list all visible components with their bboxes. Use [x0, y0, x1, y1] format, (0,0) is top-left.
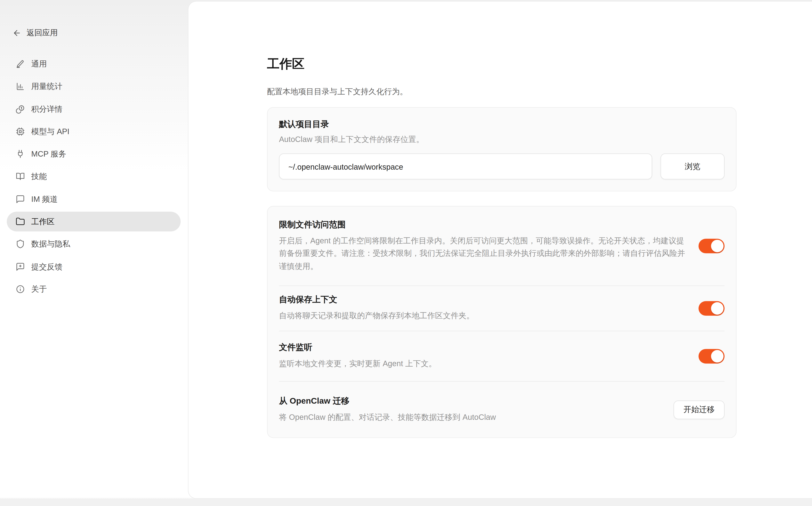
sidebar-item-label: 数据与隐私	[31, 240, 70, 249]
folder-icon	[16, 217, 25, 226]
sidebar-item-label: 用量统计	[31, 82, 62, 91]
file-watch-toggle[interactable]	[698, 349, 725, 364]
sidebar-item-workspace[interactable]: 工作区	[7, 212, 181, 232]
default-directory-card: 默认项目目录 AutoClaw 项目和上下文文件的保存位置。 浏览	[267, 107, 736, 191]
toggle-knob	[711, 240, 724, 252]
pencil-icon	[16, 59, 25, 69]
directory-input-row: 浏览	[279, 154, 725, 179]
setting-text: 限制文件访问范围开启后，Agent 的工作空间将限制在工作目录内。关闭后可访问更…	[279, 219, 688, 273]
back-label: 返回应用	[26, 28, 58, 38]
workspace-settings-card: 限制文件访问范围开启后，Agent 的工作空间将限制在工作目录内。关闭后可访问更…	[267, 206, 736, 438]
settings-row-migrate-from-openclaw: 从 OpenClaw 迁移将 OpenClaw 的配置、对话记录、技能等数据迁移…	[268, 382, 736, 437]
sidebar-item-mcp-services[interactable]: MCP 服务	[7, 144, 181, 164]
sidebar-item-credits[interactable]: 积分详情	[7, 99, 181, 119]
directory-card-description: AutoClaw 项目和上下文文件的保存位置。	[279, 134, 725, 145]
sidebar-item-label: 模型与 API	[31, 127, 69, 136]
info-icon	[16, 284, 25, 294]
settings-row-auto-save-context: 自动保存上下文自动将聊天记录和提取的产物保存到本地工作区文件夹。	[268, 286, 736, 331]
cpu-icon	[16, 127, 25, 136]
sidebar: 返回应用 通用用量统计积分详情模型与 APIMCP 服务技能IM 频道工作区数据…	[0, 0, 188, 506]
back-arrow-icon	[12, 29, 21, 37]
settings-row-restrict-file-access: 限制文件访问范围开启后，Agent 的工作空间将限制在工作目录内。关闭后可访问更…	[268, 206, 736, 285]
setting-title: 从 OpenClaw 迁移	[279, 396, 663, 406]
workspace-path-input[interactable]	[279, 154, 652, 179]
plug-icon	[16, 149, 25, 159]
setting-title: 文件监听	[279, 342, 688, 353]
setting-title: 自动保存上下文	[279, 294, 688, 305]
sidebar-item-label: 工作区	[31, 217, 55, 226]
toggle-knob	[711, 350, 724, 362]
chat-bubble-icon	[16, 194, 25, 204]
sidebar-item-data-privacy[interactable]: 数据与隐私	[7, 234, 181, 254]
sidebar-item-label: 提交反馈	[31, 262, 62, 271]
directory-card-title: 默认项目目录	[279, 119, 725, 130]
sidebar-item-usage-stats[interactable]: 用量统计	[7, 77, 181, 96]
sidebar-item-label: 积分详情	[31, 104, 62, 114]
sidebar-item-label: 通用	[31, 59, 47, 69]
sidebar-item-im-channels[interactable]: IM 频道	[7, 189, 181, 209]
feedback-plus-icon	[16, 262, 25, 271]
setting-description: 自动将聊天记录和提取的产物保存到本地工作区文件夹。	[279, 310, 688, 322]
setting-title: 限制文件访问范围	[279, 219, 688, 230]
sidebar-nav: 通用用量统计积分详情模型与 APIMCP 服务技能IM 频道工作区数据与隐私提交…	[7, 54, 181, 302]
sidebar-item-label: MCP 服务	[31, 149, 66, 159]
sidebar-item-about[interactable]: 关于	[7, 279, 181, 299]
settings-window: 返回应用 通用用量统计积分详情模型与 APIMCP 服务技能IM 频道工作区数据…	[0, 0, 812, 506]
sidebar-item-label: 技能	[31, 172, 47, 181]
sidebar-item-models-api[interactable]: 模型与 API	[7, 122, 181, 141]
workspace-settings-content: 工作区 配置本地项目目录与上下文持久化行为。 默认项目目录 AutoClaw 项…	[267, 2, 736, 438]
auto-save-context-toggle[interactable]	[698, 301, 725, 316]
bar-chart-icon	[16, 82, 25, 91]
back-to-app-button[interactable]: 返回应用	[12, 28, 58, 38]
main-panel: 工作区 配置本地项目目录与上下文持久化行为。 默认项目目录 AutoClaw 项…	[188, 1, 812, 499]
setting-description: 监听本地文件变更，实时更新 Agent 上下文。	[279, 357, 688, 370]
coins-icon	[16, 104, 25, 114]
toggle-knob	[711, 302, 724, 315]
sidebar-item-general[interactable]: 通用	[7, 54, 181, 74]
sidebar-item-feedback[interactable]: 提交反馈	[7, 257, 181, 276]
restrict-file-access-toggle[interactable]	[698, 239, 725, 253]
sidebar-item-skills[interactable]: 技能	[7, 167, 181, 186]
browse-button[interactable]: 浏览	[661, 154, 725, 179]
setting-description: 将 OpenClaw 的配置、对话记录、技能等数据迁移到 AutoClaw	[279, 411, 663, 424]
shield-icon	[16, 240, 25, 249]
setting-text: 从 OpenClaw 迁移将 OpenClaw 的配置、对话记录、技能等数据迁移…	[279, 396, 663, 424]
sidebar-item-label: IM 频道	[31, 194, 58, 204]
setting-description: 开启后，Agent 的工作空间将限制在工作目录内。关闭后可访问更大范围，可能导致…	[279, 234, 688, 273]
setting-text: 文件监听监听本地文件变更，实时更新 Agent 上下文。	[279, 342, 688, 370]
page-title: 工作区	[267, 56, 736, 72]
start-migration-button[interactable]: 开始迁移	[673, 400, 724, 419]
setting-text: 自动保存上下文自动将聊天记录和提取的产物保存到本地工作区文件夹。	[279, 294, 688, 322]
settings-row-file-watch: 文件监听监听本地文件变更，实时更新 Agent 上下文。	[268, 331, 736, 381]
book-open-icon	[16, 172, 25, 181]
sidebar-item-label: 关于	[31, 284, 47, 294]
page-subtitle: 配置本地项目目录与上下文持久化行为。	[267, 86, 736, 97]
